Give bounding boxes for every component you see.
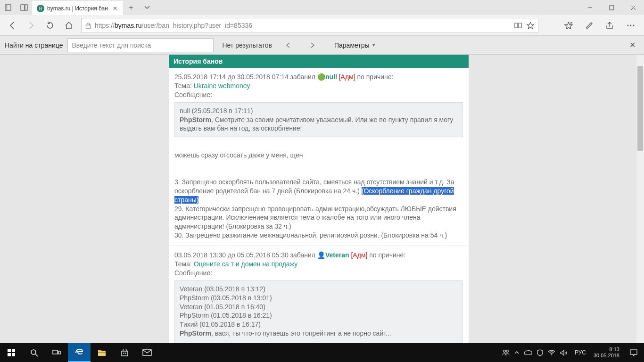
- language-indicator[interactable]: РУС: [571, 349, 590, 356]
- reading-view-icon[interactable]: [514, 22, 522, 29]
- theme-link[interactable]: Оцените са т и домен на продажу: [194, 260, 297, 268]
- action-center-icon[interactable]: [623, 349, 644, 356]
- svg-rect-26: [123, 353, 124, 354]
- panel-header: История банов: [169, 55, 469, 68]
- message-body: можешь сразу отсосать даже у меня, щен 3…: [174, 142, 463, 240]
- tabs-aside-icon[interactable]: [0, 0, 16, 15]
- system-tray[interactable]: [498, 349, 571, 356]
- scrollbar-thumb[interactable]: [637, 66, 643, 151]
- svg-rect-15: [12, 349, 15, 352]
- browser-tab[interactable]: В bymas.ru | История бан ✕: [32, 1, 123, 15]
- svg-rect-5: [610, 6, 614, 10]
- browser-toolbar: https://bymas.ru/user/ban_history.php?us…: [0, 15, 644, 36]
- svg-point-29: [504, 350, 506, 353]
- svg-rect-2: [21, 5, 25, 10]
- actor-link[interactable]: Veteran: [325, 251, 349, 259]
- svg-rect-14: [8, 349, 11, 352]
- svg-rect-20: [53, 350, 58, 354]
- window-close-button[interactable]: [622, 0, 644, 15]
- svg-rect-21: [58, 351, 60, 354]
- refresh-button[interactable]: [41, 16, 59, 35]
- new-tab-button[interactable]: ＋: [123, 0, 139, 15]
- ban-theme: Тема: Ukraine webmoney: [174, 82, 463, 90]
- svg-point-13: [633, 25, 635, 26]
- window-maximize-button[interactable]: [601, 0, 622, 15]
- home-button[interactable]: [59, 16, 78, 35]
- svg-rect-23: [98, 350, 101, 351]
- svg-rect-22: [98, 351, 106, 356]
- taskbar-clock[interactable]: 8:13 30.05.2018: [590, 346, 623, 358]
- chevron-down-icon: ▾: [372, 42, 375, 48]
- favorite-star-icon[interactable]: [527, 22, 534, 29]
- svg-rect-3: [25, 5, 27, 10]
- svg-rect-32: [630, 350, 637, 354]
- user-avatar-icon: 🟢: [317, 73, 325, 81]
- content-panel: История банов 25.05.2018 17:14 до 30.05.…: [169, 55, 469, 343]
- svg-point-31: [551, 354, 552, 355]
- vertical-scrollbar[interactable]: [636, 55, 644, 343]
- share-icon[interactable]: [600, 16, 620, 35]
- taskbar-app-explorer[interactable]: [91, 343, 113, 362]
- find-no-results: Нет результатов: [222, 41, 272, 49]
- find-next-button[interactable]: [310, 42, 321, 49]
- admin-badge: [Адм]: [339, 73, 355, 81]
- actor-link[interactable]: null: [325, 73, 337, 81]
- svg-rect-24: [98, 352, 106, 353]
- ban-meta-line: 25.05.2018 17:14 до 30.05.2018 07:14 заб…: [174, 73, 463, 82]
- find-options-button[interactable]: Параметры ▾: [334, 41, 375, 49]
- user-avatar-icon: 👤: [317, 251, 325, 259]
- ban-entry: 03.05.2018 13:30 до 05.05.2018 05:30 заб…: [169, 246, 469, 343]
- notes-icon[interactable]: [579, 16, 600, 35]
- message-label: Сообщение:: [174, 90, 463, 99]
- windows-taskbar: РУС 8:13 30.05.2018: [0, 343, 644, 362]
- message-label: Сообщение:: [174, 269, 463, 278]
- hub-icon[interactable]: [558, 16, 579, 35]
- address-bar[interactable]: https://bymas.ru/user/ban_history.php?us…: [81, 18, 538, 33]
- search-button[interactable]: [23, 343, 45, 362]
- find-label: Найти на странице: [5, 41, 63, 49]
- quoted-message: Veteran (03.05.2018 в 13:12) PhpStorm (0…: [174, 280, 463, 343]
- more-icon[interactable]: [620, 16, 641, 35]
- ban-theme: Тема: Оцените са т и домен на продажу: [174, 260, 463, 269]
- tab-title: bymas.ru | История бан: [47, 5, 108, 12]
- admin-badge: [Адм]: [351, 251, 367, 259]
- onedrive-icon[interactable]: [524, 350, 532, 355]
- taskbar-app-edge[interactable]: [68, 343, 91, 362]
- tab-actions-icon[interactable]: [139, 0, 155, 15]
- start-button[interactable]: [0, 343, 23, 362]
- taskbar-app-store[interactable]: [113, 343, 136, 362]
- page-viewport: История банов 25.05.2018 17:14 до 30.05.…: [0, 55, 644, 343]
- find-close-button[interactable]: ✕: [625, 41, 639, 49]
- tab-close-icon[interactable]: ✕: [111, 5, 119, 12]
- find-input[interactable]: [67, 38, 214, 52]
- theme-link[interactable]: Ukraine webmoney: [194, 82, 250, 90]
- forward-button[interactable]: [22, 16, 41, 35]
- back-button[interactable]: [3, 16, 22, 35]
- svg-point-30: [506, 350, 509, 353]
- volume-icon[interactable]: [560, 350, 567, 356]
- set-aside-icon[interactable]: [16, 0, 32, 15]
- taskbar-app-mail[interactable]: [136, 343, 158, 362]
- find-on-page-bar: Найти на странице Нет результатов Параме…: [0, 36, 644, 55]
- svg-point-12: [630, 25, 632, 26]
- tab-favicon: В: [37, 5, 44, 12]
- svg-rect-25: [122, 351, 128, 356]
- tray-chevron-icon[interactable]: [514, 351, 519, 354]
- ban-meta-line: 03.05.2018 13:30 до 05.05.2018 05:30 заб…: [174, 251, 463, 260]
- svg-rect-17: [12, 353, 15, 356]
- quoted-message: null (25.05.2018 в 17:11) PhpStorm, Смот…: [174, 102, 463, 138]
- browser-titlebar: В bymas.ru | История бан ✕ ＋: [0, 0, 644, 15]
- svg-rect-16: [8, 353, 11, 356]
- url-text: https://bymas.ru/user/ban_history.php?us…: [95, 22, 510, 29]
- lock-icon: [85, 22, 91, 29]
- network-icon[interactable]: [548, 350, 555, 355]
- people-icon[interactable]: [502, 349, 510, 356]
- svg-line-19: [35, 354, 38, 356]
- find-prev-button[interactable]: [285, 42, 297, 49]
- defender-icon[interactable]: [537, 349, 543, 356]
- ban-entry: 25.05.2018 17:14 до 30.05.2018 07:14 заб…: [169, 68, 469, 246]
- task-view-button[interactable]: [45, 343, 68, 362]
- window-minimize-button[interactable]: [579, 0, 601, 15]
- svg-rect-0: [5, 5, 11, 10]
- svg-rect-8: [86, 25, 91, 28]
